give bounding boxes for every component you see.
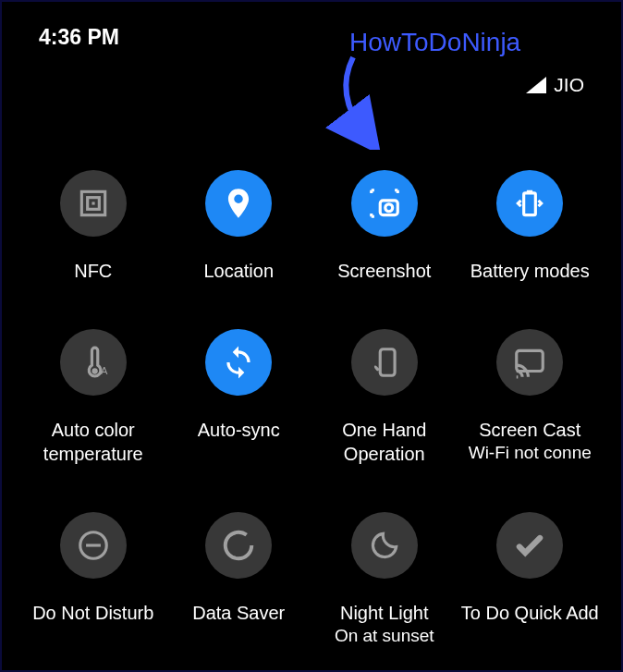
check-icon: [512, 528, 547, 563]
tile-dnd-circle: [60, 512, 127, 579]
sync-icon: [221, 345, 256, 380]
tile-battery-circle: [496, 170, 563, 237]
tile-onehand-circle: [351, 329, 418, 396]
status-bar: 4:36 PM: [2, 2, 621, 59]
tile-location-circle: [205, 170, 272, 237]
tile-do-not-disturb[interactable]: Do Not Disturb: [20, 503, 166, 672]
battery-icon: [512, 186, 547, 221]
tile-label: Screenshot: [337, 259, 431, 283]
tile-todo-quick-add[interactable]: To Do Quick Add: [458, 503, 604, 672]
cast-icon: [512, 345, 547, 380]
tile-sublabel: Wi-Fi not conne: [469, 442, 592, 465]
nfc-icon: [76, 186, 111, 221]
tile-auto-sync[interactable]: Auto-sync: [166, 320, 312, 494]
svg-rect-7: [527, 190, 532, 193]
datasaver-icon: [221, 528, 256, 563]
tile-screenshot-circle: [351, 170, 418, 237]
tile-night-light[interactable]: Night Light On at sunset: [312, 503, 458, 672]
tile-label: Auto-sync: [198, 418, 280, 442]
svg-rect-6: [524, 193, 536, 215]
svg-rect-11: [517, 350, 544, 371]
tile-datasaver-circle: [205, 512, 272, 579]
tile-battery-modes[interactable]: Battery modes: [458, 161, 604, 311]
tile-label: Data Saver: [192, 601, 285, 625]
tile-label: NFC: [74, 259, 112, 283]
tile-label: Battery modes: [470, 259, 590, 283]
tile-temp-circle: A: [60, 329, 127, 396]
status-time: 4:36 PM: [39, 25, 119, 50]
tile-todo-circle: [496, 512, 563, 579]
annotation-label: HowToDoNinja: [349, 28, 520, 57]
svg-point-5: [385, 204, 393, 212]
tile-data-saver[interactable]: Data Saver: [166, 503, 312, 672]
svg-point-14: [226, 532, 252, 559]
tile-screenshot[interactable]: Screenshot: [312, 161, 458, 311]
tile-label: Do Not Disturb: [32, 601, 153, 625]
screenshot-icon: [367, 186, 402, 221]
tile-auto-color-temperature[interactable]: A Auto color temperature: [20, 320, 166, 494]
tile-nfc-circle: [60, 170, 127, 237]
tile-sync-circle: [205, 329, 272, 396]
signal-icon: [526, 77, 546, 93]
tile-cast-circle: [496, 329, 563, 396]
tile-screen-cast[interactable]: Screen Cast Wi-Fi not conne: [458, 320, 604, 494]
carrier-label: JIO: [554, 74, 584, 96]
svg-text:A: A: [101, 365, 108, 376]
svg-rect-3: [92, 202, 94, 204]
tile-sublabel: On at sunset: [335, 625, 434, 648]
status-right: JIO: [526, 74, 584, 96]
tile-label: Screen Cast: [479, 418, 580, 442]
tile-location[interactable]: Location: [166, 161, 312, 311]
quick-settings-grid: NFC Location Screenshot Battery modes: [2, 59, 621, 672]
tile-label: One Hand Operation: [315, 418, 454, 466]
tile-label: To Do Quick Add: [461, 601, 599, 625]
onehand-icon: [367, 345, 402, 380]
tile-nightlight-circle: [351, 512, 418, 579]
moon-icon: [367, 528, 402, 563]
tile-one-hand-operation[interactable]: One Hand Operation: [312, 320, 458, 494]
svg-rect-4: [380, 201, 397, 215]
tile-label: Location: [203, 259, 274, 283]
tile-label: Night Light: [340, 601, 429, 625]
dnd-icon: [76, 528, 111, 563]
svg-point-8: [92, 368, 97, 373]
thermometer-icon: A: [76, 345, 111, 380]
tile-label: Auto color temperature: [24, 418, 163, 466]
tile-nfc[interactable]: NFC: [20, 161, 166, 311]
location-icon: [221, 186, 256, 221]
svg-rect-10: [380, 349, 395, 376]
